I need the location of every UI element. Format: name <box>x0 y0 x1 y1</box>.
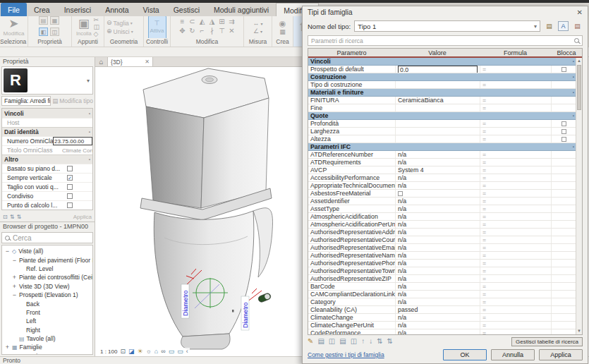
parameter-value-cell[interactable] <box>395 81 480 88</box>
parameter-row-atmosphericacidification[interactable]: AtmosphericAcidificationn/a= <box>308 213 576 221</box>
lock-cell[interactable] <box>551 104 576 111</box>
tree-toggle-icon[interactable]: + <box>12 283 17 290</box>
parameter-value-cell[interactable]: n/a <box>395 236 480 243</box>
detail-level-icon[interactable]: ⊡ <box>120 348 126 355</box>
rename-type-icon[interactable]: A <box>558 21 569 31</box>
properties-toggle-icon[interactable]: ◧ <box>39 28 48 36</box>
tree-item-piante-dei-controsoffitti-ceiling-plan[interactable]: +Piante dei controsoffitti (Ceiling Plan… <box>2 273 92 281</box>
parameter-value-cell[interactable]: n/a <box>395 252 480 259</box>
family-types-icon[interactable]: ▦ <box>50 16 59 25</box>
lock-cell[interactable] <box>551 322 576 329</box>
copy-parameter-icon[interactable]: ◫ <box>351 338 357 345</box>
tree-item-famiglie[interactable]: +▦Famiglie <box>2 343 92 351</box>
formula-cell[interactable]: = <box>480 128 551 135</box>
table-section-materiali-e-finiture[interactable]: Materiali e finiture▪ <box>308 89 576 97</box>
manage-lookup-tables-button[interactable]: Gestisci tabelle di ricerca <box>511 337 583 346</box>
lock-cell[interactable] <box>551 213 576 220</box>
tree-item-left[interactable]: Left <box>2 317 92 325</box>
align-icon[interactable]: ≡ <box>178 18 187 27</box>
family-selector[interactable]: Famiglia: Arredi fissi ▾ <box>1 96 51 106</box>
parameter-row-accessibilityperformance[interactable]: AccessibilityPerformancen/a= <box>308 174 576 182</box>
property-row-numero-omniclass[interactable]: Numero OmniClass23.75.00.00 <box>2 136 92 145</box>
parameter-row-authorisedrepresentativename[interactable]: AuthorisedRepresentativeNamen/a= <box>308 252 576 260</box>
formula-cell[interactable]: = <box>480 159 551 166</box>
trim-icon[interactable]: ⌐ <box>198 28 207 36</box>
formula-cell[interactable]: = <box>480 81 551 88</box>
parameter-row-avcp[interactable]: AVCPSystem 4= <box>308 166 576 174</box>
formula-cell[interactable]: = <box>480 66 551 73</box>
formula-cell[interactable]: = <box>480 283 551 290</box>
parameter-row-barcode[interactable]: BarCoden/a= <box>308 283 576 291</box>
shadows-icon[interactable]: ☼ <box>146 348 152 355</box>
parameter-search-input[interactable]: Parametri di ricerca <box>308 35 583 46</box>
header-valore[interactable]: Valore <box>395 49 480 56</box>
cancel-button[interactable]: Annulla <box>491 349 535 360</box>
lock-cell[interactable] <box>551 275 576 282</box>
scroll-down-icon[interactable]: ▼ <box>576 328 582 334</box>
formula-cell[interactable]: = <box>480 244 551 251</box>
property-row-host[interactable]: Host <box>2 118 92 127</box>
tree-item-viste-3d-3d-view[interactable]: +Viste 3D (3D View) <box>2 282 92 291</box>
parameter-value-cell[interactable]: n/a <box>395 198 480 205</box>
ok-button[interactable]: OK <box>443 349 487 360</box>
lock-cell[interactable] <box>551 97 576 104</box>
tree-toggle-icon[interactable]: + <box>5 353 10 355</box>
lock-cell[interactable] <box>551 283 576 290</box>
panel-label-seleziona[interactable]: Seleziona ▾ <box>0 38 28 47</box>
tree-item-piante-dei-pavimenti-floor-plan[interactable]: −Piante dei pavimenti (Floor Plan) <box>2 255 92 264</box>
parameter-row-atdreferencenumber[interactable]: ATDReferenceNumbern/a= <box>308 151 576 159</box>
parameter-value-cell[interactable]: n/a <box>395 159 480 166</box>
tree-item-tavole-all[interactable]: ▤Tavole (all) <box>2 334 92 343</box>
table-section-quote[interactable]: Quote▪ <box>308 112 576 120</box>
tree-item-gruppi[interactable]: +▣Gruppi <box>2 352 92 355</box>
property-row-sempre-verticale[interactable]: Sempre verticale✓ <box>2 173 92 182</box>
tree-toggle-icon[interactable]: + <box>5 344 10 351</box>
lock-checkbox[interactable] <box>561 129 566 134</box>
lock-checkbox[interactable] <box>561 121 566 126</box>
lock-cell[interactable] <box>551 298 576 305</box>
tree-item-ref-level[interactable]: Ref. Level <box>2 265 92 273</box>
tree-toggle-icon[interactable]: − <box>12 257 17 264</box>
property-row-condiviso[interactable]: Condiviso <box>2 191 92 200</box>
value-checkbox[interactable] <box>398 191 403 196</box>
formula-cell[interactable]: = <box>480 104 551 111</box>
coping-icon[interactable]: ⊂ <box>188 18 197 27</box>
close-icon[interactable]: ✕ <box>577 8 583 16</box>
parameter-value-cell[interactable]: n/a <box>395 283 480 290</box>
parameter-row-fine[interactable]: Fine= <box>308 104 576 112</box>
sun-path-icon[interactable]: ☀ <box>138 348 143 355</box>
lock-cell[interactable] <box>551 198 576 205</box>
lock-cell[interactable] <box>551 291 576 298</box>
family-parameters-icon[interactable]: ◫ <box>50 28 59 36</box>
lock-cell[interactable] <box>551 244 576 251</box>
new-type-icon[interactable]: ▤ <box>544 21 554 31</box>
parameter-row-authorisedrepresentativeaddress[interactable]: AuthorisedRepresentativeAddressn/a= <box>308 229 576 236</box>
formula-cell[interactable]: = <box>480 329 551 334</box>
properties-group-dati-identit[interactable]: Dati identità▪ <box>2 127 92 136</box>
crop-region-icon[interactable]: ▭ <box>169 348 175 355</box>
copy-icon[interactable]: ◫ <box>94 24 100 30</box>
type-selector[interactable]: R ▾ <box>1 66 93 95</box>
property-value[interactable]: 23.75.00.00 <box>53 137 92 145</box>
formula-cell[interactable]: = <box>480 151 551 158</box>
parameter-value-cell[interactable] <box>395 190 480 197</box>
formula-cell[interactable]: = <box>480 120 551 127</box>
ribbon-tab-moduli-aggiuntivi[interactable]: Moduli aggiuntivi <box>207 3 276 16</box>
family-category-icon[interactable]: ▤ <box>39 16 48 25</box>
formula-cell[interactable]: = <box>480 291 551 298</box>
sort-descending-icon[interactable]: ⇅ <box>387 338 393 345</box>
formula-cell[interactable]: = <box>480 166 551 174</box>
tree-toggle-icon[interactable]: − <box>12 291 17 298</box>
formula-cell[interactable]: = <box>480 174 551 181</box>
parameter-row-codeperformance[interactable]: CodePerformancen/a= <box>308 329 576 334</box>
parameter-value-cell[interactable] <box>395 104 480 111</box>
scrollbar-thumb[interactable] <box>577 65 581 110</box>
lock-cell[interactable] <box>551 260 576 267</box>
value-edit-box[interactable]: 0.0 <box>398 66 478 73</box>
formula-cell[interactable]: = <box>480 252 551 259</box>
lock-cell[interactable] <box>551 329 576 334</box>
diameter-label-2[interactable]: Diametro <box>241 296 249 330</box>
lock-cell[interactable] <box>551 229 576 236</box>
hide-crop-region-icon[interactable]: ▭ <box>177 348 183 355</box>
new-parameter-icon[interactable]: ▤ <box>317 338 324 345</box>
